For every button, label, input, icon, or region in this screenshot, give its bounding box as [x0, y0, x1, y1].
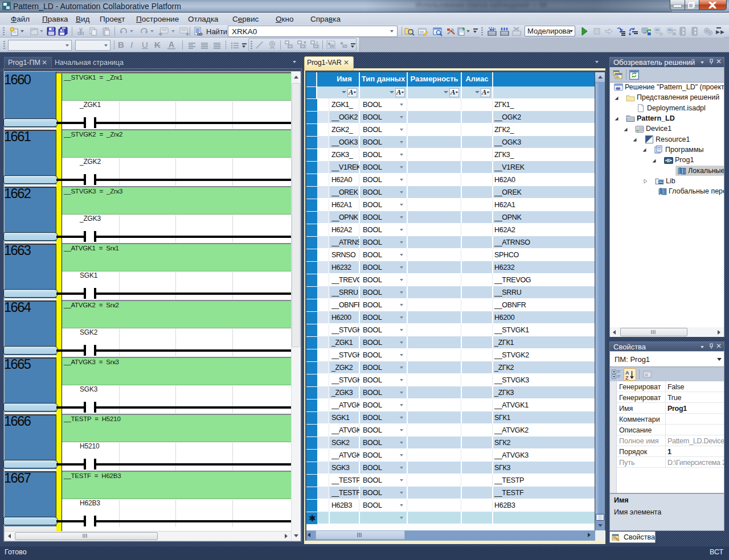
- svg-text:Z: Z: [625, 375, 629, 380]
- svg-text:6: 6: [316, 41, 318, 44]
